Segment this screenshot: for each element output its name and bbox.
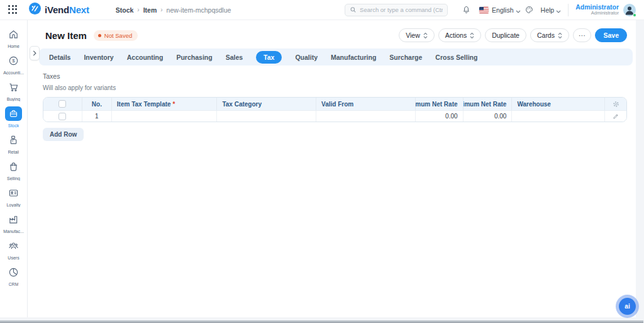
ai-assistant-button[interactable]: ai <box>619 298 636 315</box>
pencil-icon <box>613 113 619 120</box>
table-settings-button[interactable] <box>605 98 626 110</box>
valid-from-cell[interactable] <box>316 111 416 122</box>
apps-grid-icon[interactable] <box>8 5 18 15</box>
help-chevron-down-icon <box>556 4 561 16</box>
row-edit-button[interactable] <box>605 111 626 122</box>
help-menu[interactable]: Help <box>541 6 555 14</box>
chevron-right-icon <box>33 50 36 56</box>
theme-palette-icon[interactable] <box>525 6 533 14</box>
sidebar-item-accounting[interactable]: $ Accounti... <box>0 54 27 75</box>
not-saved-badge: Not Saved <box>94 30 138 41</box>
tab-manufacturing[interactable]: Manufacturing <box>331 54 376 61</box>
form-tabs: Details Inventory Accounting Purchasing … <box>39 48 633 65</box>
stock-briefcase-icon <box>5 106 22 121</box>
home-icon <box>5 27 22 42</box>
user-menu[interactable]: Administrator Administrator <box>575 3 619 16</box>
cards-button[interactable]: Cards <box>530 28 569 42</box>
sidebar-item-home[interactable]: Home <box>0 27 27 48</box>
table-row: 1 0.00 0.00 <box>43 110 626 122</box>
tab-sales[interactable]: Sales <box>226 54 243 61</box>
sidebar-expand-button[interactable] <box>30 46 40 60</box>
search-input[interactable] <box>360 6 443 13</box>
gear-icon <box>613 101 619 108</box>
add-row-button[interactable]: Add Row <box>43 128 84 141</box>
brand-logo[interactable]: iVendNext <box>29 3 89 17</box>
main-area: New Item Not Saved View Actions Duplicat… <box>28 20 644 323</box>
tab-accounting[interactable]: Accounting <box>127 54 164 61</box>
sidebar-item-crm[interactable]: CRM <box>0 265 27 286</box>
row-number-cell[interactable]: 1 <box>82 111 112 122</box>
sidebar-item-manufacturing[interactable]: Manufac... <box>0 212 27 234</box>
item-tax-template-cell[interactable] <box>112 111 218 122</box>
tab-surcharge[interactable]: Surcharge <box>389 54 422 61</box>
cart-icon <box>5 80 22 94</box>
notifications-bell-icon[interactable] <box>462 6 470 14</box>
tab-quality[interactable]: Quality <box>295 54 318 61</box>
taxes-section-label: Taxes <box>43 72 644 80</box>
svg-text:$: $ <box>12 58 15 64</box>
tax-category-cell[interactable] <box>217 111 316 122</box>
users-icon <box>5 239 22 253</box>
taxes-table-header: No. Item Tax Template* Tax Category Vali… <box>43 98 626 110</box>
avatar[interactable] <box>623 4 636 16</box>
factory-icon <box>5 212 22 227</box>
taxes-section-note: Will also apply for variants <box>43 84 644 91</box>
maximum-net-rate-cell[interactable]: 0.00 <box>464 111 513 122</box>
window-bottom-edge <box>0 317 643 323</box>
page-title: New Item <box>45 30 87 41</box>
breadcrumb-stock[interactable]: Stock <box>116 6 134 14</box>
select-all-checkbox[interactable] <box>58 100 66 108</box>
shopping-bag-icon <box>5 159 22 174</box>
scroll-gutter <box>636 20 644 323</box>
breadcrumb: Stock › Item › new-item-mchpqsdlue <box>116 6 231 14</box>
taxes-table: No. Item Tax Template* Tax Category Vali… <box>43 97 627 122</box>
selector-chevrons-icon <box>470 32 474 39</box>
col-header-item-tax-template: Item Tax Template* <box>112 98 218 110</box>
pie-chart-icon <box>5 265 22 280</box>
breadcrumb-separator: › <box>137 6 139 13</box>
actions-button[interactable]: Actions <box>438 28 481 42</box>
sidebar-item-stock[interactable]: Stock <box>0 106 27 128</box>
status-dot-icon <box>98 34 101 37</box>
breadcrumb-item[interactable]: Item <box>143 6 157 14</box>
sidebar-item-retail[interactable]: Retail <box>0 133 27 154</box>
breadcrumb-separator: › <box>160 6 162 13</box>
view-button[interactable]: View <box>399 28 435 42</box>
selector-chevrons-icon <box>423 32 428 39</box>
sidebar-item-buying[interactable]: Buying <box>0 80 27 101</box>
col-header-minimum-net-rate: Minimum Net Rate <box>416 98 464 110</box>
tab-cross-selling[interactable]: Cross Selling <box>435 54 477 61</box>
user-role: Administrator <box>575 11 619 16</box>
sidebar: Home $ Accounti... Buying Stock Retail S… <box>0 20 28 323</box>
warehouse-cell[interactable] <box>512 111 605 122</box>
search-icon <box>350 4 357 16</box>
sidebar-item-users[interactable]: Users <box>0 239 27 260</box>
col-header-no: No. <box>82 98 112 110</box>
global-search[interactable] <box>345 4 448 16</box>
tab-inventory[interactable]: Inventory <box>84 54 113 61</box>
sidebar-item-selling[interactable]: Selling <box>0 159 27 181</box>
language-flag-icon[interactable] <box>479 7 489 13</box>
tab-tax[interactable]: Tax <box>256 51 282 64</box>
tab-purchasing[interactable]: Purchasing <box>176 54 212 61</box>
row-checkbox[interactable] <box>58 113 66 120</box>
top-navbar: iVendNext Stock › Item › new-item-mchpqs… <box>0 0 644 20</box>
save-button[interactable]: Save <box>595 28 627 42</box>
language-selector[interactable]: English <box>492 6 513 14</box>
duplicate-button[interactable]: Duplicate <box>485 28 526 42</box>
navbar-divider <box>568 4 569 16</box>
accounting-icon: $ <box>5 54 22 68</box>
brand-name: iVendNext <box>45 4 89 15</box>
breadcrumb-current: new-item-mchpqsdlue <box>167 6 231 14</box>
col-header-tax-category: Tax Category <box>217 98 316 110</box>
col-header-valid-from: Valid From <box>316 98 416 110</box>
col-header-warehouse: Warehouse <box>512 98 605 110</box>
brand-mark-icon <box>29 3 41 17</box>
minimum-net-rate-cell[interactable]: 0.00 <box>416 111 464 122</box>
tab-details[interactable]: Details <box>49 54 70 61</box>
more-options-button[interactable]: ⋯ <box>573 28 592 42</box>
selector-chevrons-icon <box>558 32 562 39</box>
loyalty-card-icon <box>5 186 22 200</box>
online-status-dot <box>633 13 636 17</box>
sidebar-item-loyalty[interactable]: Loyalty <box>0 186 27 207</box>
